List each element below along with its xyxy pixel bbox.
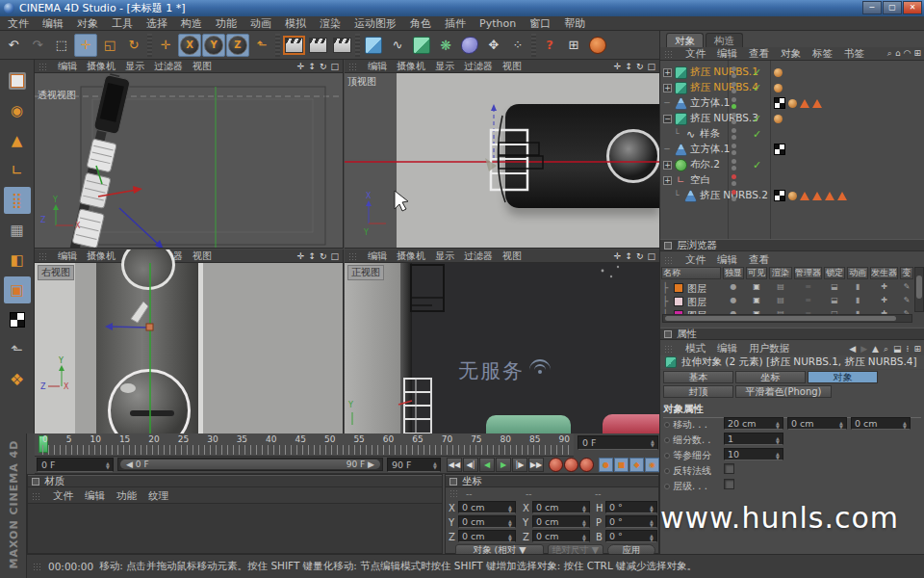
toggle-view-icon[interactable]: □ [330, 251, 339, 261]
menu-plugins[interactable]: 插件 [445, 16, 466, 31]
menu-create[interactable]: 构造 [181, 16, 202, 31]
toggle-view-icon[interactable]: □ [330, 62, 339, 71]
move-z-field[interactable]: 0 cm [851, 417, 911, 430]
col-generator[interactable]: 发生器 [870, 267, 898, 279]
play-backward-icon[interactable]: ◀ [479, 458, 495, 472]
spline-pen-icon[interactable]: ∿ [386, 34, 409, 57]
object-row-boole-2[interactable]: + 布尔.2 ✓ [660, 157, 924, 172]
coord-pos-y-field[interactable]: 0 cm [458, 515, 516, 528]
visibility-dots[interactable] [732, 159, 736, 171]
coord-h-field[interactable]: 0 ° [605, 501, 657, 513]
add-view-icon[interactable]: ⊞ [913, 48, 921, 59]
vp-menu-camera[interactable]: 摄像机 [87, 60, 116, 73]
visibility-dots[interactable] [732, 128, 736, 140]
edges-mode-icon[interactable]: ▦ [4, 217, 31, 244]
viewport-top-canvas[interactable]: 顶视图 X Y [345, 73, 659, 248]
object-row-cube-1b[interactable]: ─ 立方体.1 [660, 142, 924, 157]
lock-icon[interactable]: ⬓ [824, 296, 845, 304]
particles-icon[interactable]: ⁘ [506, 34, 529, 57]
coordinates-title-bar[interactable]: 坐标 [446, 475, 658, 487]
col-animation[interactable]: 动画 [847, 267, 868, 279]
enabled-check-icon[interactable]: ✓ [753, 159, 761, 171]
pan-view-icon[interactable]: ✛ [614, 62, 622, 71]
vp-menu-filter[interactable]: 过滤器 [464, 250, 493, 263]
om-menu-view[interactable]: 查看 [749, 47, 769, 61]
panel-grip[interactable] [664, 345, 674, 353]
model-mode-icon[interactable]: ▲ [4, 127, 31, 154]
attr-search-icon[interactable]: ⌕ [884, 344, 888, 355]
menu-render[interactable]: 渲染 [320, 16, 341, 31]
deformer-icon[interactable] [458, 34, 481, 57]
layer-row[interactable]: ├ 图层 ● ▣ ▤ ≡ ⬓ ▮ ✛ ✎ [660, 296, 901, 307]
viewport-perspective[interactable]: 编辑 摄像机 显示 过滤器 视图 ✛ ↕ ↻ □ 透视视图 [35, 60, 344, 249]
tab-object[interactable]: 对象 [808, 371, 878, 383]
zoom-view-icon[interactable]: ↕ [308, 251, 316, 261]
viewport-grip[interactable] [38, 63, 48, 70]
texture-tag-icon[interactable] [774, 97, 785, 109]
phong-tag-icon[interactable] [800, 192, 809, 200]
key-parameter-icon[interactable]: ◉ [645, 458, 659, 472]
materials-title-bar[interactable]: 材质 [28, 475, 442, 487]
vp-menu-camera[interactable]: 摄像机 [397, 60, 425, 73]
hud-frame-field[interactable]: 0 F [578, 435, 658, 450]
materials-list-area[interactable] [28, 503, 442, 553]
rotate-tool-icon[interactable]: ↻ [122, 34, 145, 57]
enable-axis-icon[interactable]: ▣ [4, 276, 31, 303]
goto-start-icon[interactable]: ◀◀ [447, 458, 462, 472]
coord-pos-z-field[interactable]: 0 cm [458, 530, 516, 542]
array-modeling-icon[interactable]: ❋ [434, 34, 457, 57]
enabled-check-icon[interactable]: ✓ [753, 82, 761, 94]
undo-icon[interactable]: ↶ [2, 34, 25, 57]
om-menu-tags[interactable]: 标签 [812, 47, 833, 61]
zoom-view-icon[interactable]: ↕ [625, 62, 632, 71]
texture-axis-mode-icon[interactable]: ∟ [4, 157, 31, 184]
title-bar[interactable]: CINEMA 4D Studio - [未标题 1 *] ─ ▢ ✕ [0, 0, 924, 16]
vp-menu-camera[interactable]: 摄像机 [87, 250, 116, 263]
viewport-top[interactable]: 编辑 摄像机 显示 过滤器 视图 ✛ ↕ ↻ □ 顶视图 [345, 60, 659, 249]
layer-tag-icon[interactable] [774, 68, 783, 77]
workplane-mode-icon[interactable]: ⬑ [4, 336, 31, 363]
pan-view-icon[interactable]: ✛ [297, 251, 305, 261]
primitive-cube-icon[interactable] [362, 34, 385, 57]
col-visible[interactable]: 可见 [746, 267, 767, 279]
menu-help[interactable]: 帮助 [564, 16, 585, 31]
vp-menu-edit[interactable]: 编辑 [58, 60, 77, 73]
render-icon[interactable]: ▤ [769, 282, 792, 291]
render-settings-icon[interactable] [330, 34, 353, 57]
path-icon[interactable]: ◠ [904, 48, 911, 59]
vp-menu-view[interactable]: 视图 [502, 60, 522, 73]
parent-icon[interactable]: ▲ [872, 344, 879, 355]
col-manager[interactable]: 管理器 [794, 267, 822, 279]
coord-size-y-field[interactable]: 0 cm [532, 515, 590, 528]
panel-grip[interactable] [664, 256, 674, 264]
animation-icon[interactable]: ▮ [847, 282, 868, 291]
end-frame-field[interactable]: 90 F [387, 458, 441, 472]
object-row-extrude-3[interactable]: − 挤压 NURBS.3 ✓ [660, 111, 924, 126]
rotate-view-icon[interactable]: ↻ [320, 62, 327, 71]
lock-icon[interactable]: ⬓ [824, 282, 845, 291]
attr-menu-mode[interactable]: 模式 [685, 342, 706, 355]
solo-icon[interactable]: ● [723, 296, 744, 304]
deformer-icon[interactable]: ✎ [900, 282, 913, 291]
animation-icon[interactable]: ▮ [847, 296, 868, 304]
menu-file[interactable]: 文件 [8, 16, 29, 31]
object-row-spline[interactable]: └∿ 样条 ✓ [660, 126, 924, 142]
solo-icon[interactable]: ● [723, 282, 744, 291]
enabled-check-icon[interactable]: ✓ [753, 113, 761, 125]
texture-tag-icon[interactable] [774, 144, 785, 155]
object-row-extrude-4[interactable]: + 挤压 NURBS.4 ✓ [660, 80, 924, 95]
visibility-dots[interactable] [732, 97, 736, 109]
vp-menu-view[interactable]: 视图 [192, 250, 212, 263]
redo-icon[interactable]: ↷ [26, 34, 49, 57]
attr-add-icon[interactable]: ⊞ [913, 344, 921, 355]
render-icon[interactable]: ▤ [769, 296, 792, 304]
hierarchy-checkbox[interactable] [724, 479, 734, 489]
statusbar-grip[interactable] [33, 563, 42, 570]
vp-menu-view[interactable]: 视图 [192, 60, 212, 73]
generator-icon[interactable]: ✛ [870, 282, 898, 291]
tab-caps[interactable]: 封顶 [663, 385, 733, 398]
attr-menu-userdata[interactable]: 用户数据 [749, 342, 789, 355]
timeline-ruler[interactable]: 051015202530354045505560657075808590 [35, 434, 574, 457]
make-editable-icon[interactable]: ◉ [4, 97, 31, 124]
manager-icon[interactable]: ≡ [794, 282, 822, 291]
